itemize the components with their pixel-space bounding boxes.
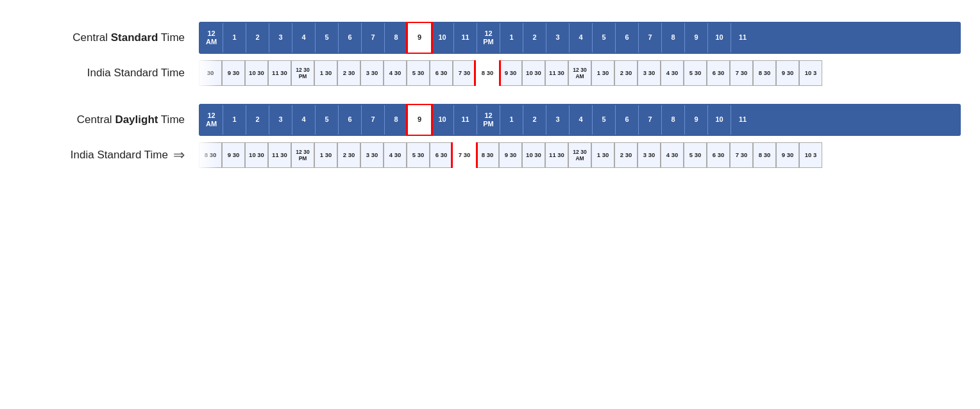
india-cell-25: 9 30 [776, 60, 799, 86]
india-cell-6: 2 30 [337, 142, 360, 168]
india-cell-19: 3 30 [638, 60, 661, 86]
blue-cell-13: 1 [500, 23, 523, 53]
india-cell-6: 2 30 [337, 60, 360, 86]
india-cell-18: 2 30 [614, 60, 638, 86]
india-cell-12: 8 30 [476, 142, 499, 168]
india-cell-8: 4 30 [384, 142, 407, 168]
india-cell-16: 12 30AM [568, 142, 591, 168]
india-cell-3: 11 30 [268, 142, 291, 168]
blue-cell-10: 10 [431, 105, 454, 135]
blue-cell-8: 8 [385, 105, 408, 135]
india-cell-14: 10 30 [522, 60, 545, 86]
india-cell-5: 1 30 [314, 142, 337, 168]
blue-cell-19: 7 [639, 105, 662, 135]
india-cell-11: 7 30 [453, 142, 476, 168]
blue-cell-10: 10 [431, 23, 454, 53]
blue-cell-0: 12AM [200, 23, 223, 53]
india-cell-22: 6 30 [707, 142, 730, 168]
blue-cell-17: 5 [593, 23, 616, 53]
section2-row-group: Central Daylight Time 12AM12345678910111… [19, 104, 961, 168]
india-cell-14: 10 30 [522, 142, 545, 168]
india-cell-1: 9 30 [222, 142, 245, 168]
india-cell-10: 6 30 [430, 142, 453, 168]
india-cell-20: 4 30 [661, 60, 684, 86]
india-cell-9: 5 30 [407, 142, 430, 168]
blue-cell-21: 9 [685, 23, 708, 53]
india-cell-15: 11 30 [545, 142, 568, 168]
blue-cell-12: 12PM [477, 105, 500, 135]
india-cell-2: 10 30 [245, 60, 268, 86]
india-standard-row-2: India Standard Time ⇒ 8 309 3010 3011 30… [19, 142, 961, 168]
india-cell-12: 8 30 [476, 60, 499, 86]
section2: Central Daylight Time 12AM12345678910111… [19, 104, 961, 168]
central-standard-timeline: 12AM123456789101112PM1234567891011 [199, 22, 961, 54]
india-standard-timeline-2: 8 309 3010 3011 3012 30PM1 302 303 304 3… [199, 142, 961, 168]
india-cell-9: 5 30 [407, 60, 430, 86]
central-daylight-timeline: 12AM123456789101112PM1234567891011 [199, 104, 961, 136]
blue-cell-20: 8 [662, 105, 685, 135]
section1: Central Standard Time 12AM12345678910111… [19, 22, 961, 86]
india-cell-23: 7 30 [730, 60, 753, 86]
india-cell-5: 1 30 [314, 60, 337, 86]
india-standard-timeline-1: 309 3010 3011 3012 30PM1 302 303 304 305… [199, 60, 961, 86]
blue-cell-1: 1 [223, 23, 246, 53]
india-cell-26: 10 3 [799, 142, 822, 168]
blue-cell-6: 6 [339, 105, 362, 135]
blue-cell-15: 3 [546, 105, 570, 135]
india-standard-label-1: India Standard Time [19, 67, 192, 79]
blue-cell-15: 3 [546, 23, 570, 53]
india-cell-2: 10 30 [245, 142, 268, 168]
india-cell-3: 11 30 [268, 60, 291, 86]
blue-cell-19: 7 [639, 23, 662, 53]
india-cell-4: 12 30PM [291, 60, 314, 86]
blue-cell-12: 12PM [477, 23, 500, 53]
india-cell-17: 1 30 [591, 60, 614, 86]
blue-cell-18: 6 [616, 23, 639, 53]
india-standard-timeline-wrapper-1: 309 3010 3011 3012 30PM1 302 303 304 305… [199, 60, 961, 86]
blue-cell-4: 4 [292, 23, 316, 53]
india-cell-21: 5 30 [684, 142, 707, 168]
blue-cell-7: 7 [362, 23, 385, 53]
india-cell-21: 5 30 [684, 60, 707, 86]
blue-cell-0: 12AM [200, 105, 223, 135]
blue-cell-9: 9 [408, 105, 431, 135]
india-cell-22: 6 30 [707, 60, 730, 86]
india-cell-13: 9 30 [499, 142, 522, 168]
india-cell-0: 8 30 [199, 142, 222, 168]
blue-cell-20: 8 [662, 23, 685, 53]
blue-cell-13: 1 [500, 105, 523, 135]
blue-cell-14: 2 [523, 23, 546, 53]
blue-cell-11: 11 [454, 23, 477, 53]
blue-cell-22: 10 [708, 105, 731, 135]
india-cell-13: 9 30 [499, 60, 522, 86]
blue-cell-17: 5 [593, 105, 616, 135]
india-cell-7: 3 30 [360, 60, 384, 86]
india-cell-1: 9 30 [222, 60, 245, 86]
blue-cell-23: 11 [731, 105, 754, 135]
blue-cell-14: 2 [523, 105, 546, 135]
blue-cell-16: 4 [570, 23, 593, 53]
blue-cell-9: 9 [408, 23, 431, 53]
india-cell-20: 4 30 [661, 142, 684, 168]
arrow-icon: ⇒ [173, 147, 185, 163]
blue-cell-2: 2 [246, 105, 269, 135]
blue-cell-6: 6 [339, 23, 362, 53]
blue-cell-7: 7 [362, 105, 385, 135]
india-cell-8: 4 30 [384, 60, 407, 86]
blue-cell-4: 4 [292, 105, 316, 135]
central-standard-timeline-wrapper: 12AM123456789101112PM1234567891011 [199, 22, 961, 54]
blue-cell-16: 4 [570, 105, 593, 135]
india-cell-0: 30 [199, 60, 222, 86]
blue-cell-18: 6 [616, 105, 639, 135]
india-cell-25: 9 30 [776, 142, 799, 168]
central-daylight-row: Central Daylight Time 12AM12345678910111… [19, 104, 961, 136]
blue-cell-22: 10 [708, 23, 731, 53]
india-cell-23: 7 30 [730, 142, 753, 168]
india-cell-11: 7 30 [453, 60, 476, 86]
central-daylight-label: Central Daylight Time [19, 113, 192, 126]
blue-cell-3: 3 [269, 23, 292, 53]
central-standard-label: Central Standard Time [19, 31, 192, 44]
india-cell-19: 3 30 [638, 142, 661, 168]
blue-cell-21: 9 [685, 105, 708, 135]
india-standard-row-1: India Standard Time 309 3010 3011 3012 3… [19, 60, 961, 86]
